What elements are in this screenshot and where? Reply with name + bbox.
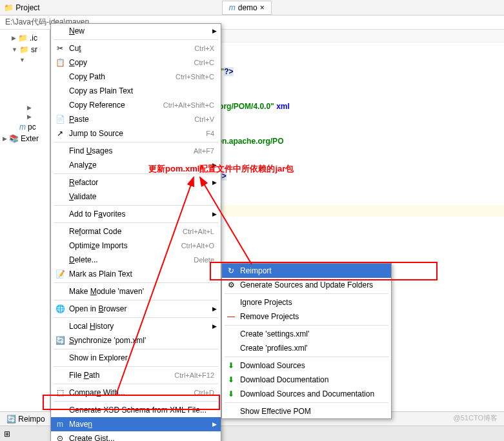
menu-create-gist[interactable]: ⊙Create Gist...: [51, 431, 221, 441]
menu-remove[interactable]: —Remove Projects: [222, 309, 391, 324]
browser-icon: 🌐: [55, 304, 65, 313]
menu-create-settings[interactable]: Create 'settings.xml': [222, 327, 391, 341]
jump-icon: ↗: [55, 129, 65, 138]
editor-tab-demo[interactable]: m demo ×: [222, 1, 272, 15]
menu-dl-sources[interactable]: ⬇Download Sources: [222, 358, 391, 373]
menu-dl-both[interactable]: ⬇Download Sources and Documentation: [222, 387, 391, 401]
menu-file-path[interactable]: File PathCtrl+Alt+F12: [51, 368, 221, 382]
menu-gen-xsd[interactable]: Generate XSD Schema from XML File...: [51, 403, 221, 417]
maven-icon: m: [55, 420, 65, 429]
windows-start-icon[interactable]: ⊞: [4, 429, 10, 438]
menu-cut[interactable]: ✂CutCtrl+X: [51, 41, 221, 55]
menu-mark-plain[interactable]: 📝Mark as Plain Text: [51, 267, 221, 281]
menu-create-profiles[interactable]: Create 'profiles.xml': [222, 341, 391, 355]
menu-compare[interactable]: ⬚Compare With...Ctrl+D: [51, 386, 221, 400]
menu-ignore[interactable]: Ignore Projects: [222, 295, 391, 309]
menu-refactor[interactable]: Refactor▶: [51, 175, 221, 190]
menu-delete[interactable]: Delete...Delete: [51, 253, 221, 267]
cut-icon: ✂: [55, 44, 65, 53]
context-menu-maven: ↻Reimport ⚙Generate Sources and Update F…: [221, 263, 392, 419]
menu-find-usages[interactable]: Find UsagesAlt+F7: [51, 144, 221, 158]
text-icon: 📝: [55, 270, 65, 279]
generate-icon: ⚙: [226, 280, 236, 289]
compare-icon: ⬚: [55, 388, 65, 397]
menu-copy-plain[interactable]: Copy as Plain Text: [51, 84, 221, 98]
github-icon: ⊙: [55, 434, 65, 441]
menu-jump[interactable]: ↗Jump to SourceF4: [51, 126, 221, 141]
project-tree[interactable]: ▶📁.ic ▼📁sr ▼ ▶ ▶ m pc ▶ 📚 Exter: [0, 30, 50, 426]
download-icon: ⬇: [226, 361, 236, 370]
menu-maven[interactable]: mMaven▶: [51, 417, 221, 431]
copy-icon: 📋: [55, 58, 65, 67]
remove-icon: —: [226, 312, 236, 321]
project-tool-label[interactable]: 📁 Project: [4, 3, 40, 12]
download-icon: ⬇: [226, 389, 236, 398]
menu-dl-doc[interactable]: ⬇Download Documentation: [222, 373, 391, 387]
download-icon: ⬇: [226, 375, 236, 384]
annotation-text: 更新pom.xml配置文件中所依赖的jar包: [148, 163, 294, 175]
paste-icon: 📄: [55, 115, 65, 124]
menu-make-module[interactable]: Make Module 'maven': [51, 284, 221, 299]
watermark: @51CTO博客: [454, 413, 498, 423]
menu-copy[interactable]: 📋CopyCtrl+C: [51, 55, 221, 70]
menu-reimport[interactable]: ↻Reimport: [222, 264, 391, 278]
menu-paste[interactable]: 📄PasteCtrl+V: [51, 112, 221, 126]
context-menu-main: New▶ ✂CutCtrl+X 📋CopyCtrl+C Copy PathCtr…: [50, 23, 221, 441]
menu-optimize[interactable]: Optimize ImportsCtrl+Alt+O: [51, 239, 221, 253]
menu-copy-path[interactable]: Copy PathCtrl+Shift+C: [51, 70, 221, 84]
menu-show-explorer[interactable]: Show in Explorer: [51, 351, 221, 365]
reimport-icon: ↻: [226, 266, 236, 275]
menu-open-browser[interactable]: 🌐Open in Browser▶: [51, 302, 221, 316]
menu-add-favorites[interactable]: Add to Favorites▶: [51, 207, 221, 221]
top-bar: 📁 Project m demo ×: [0, 0, 504, 15]
menu-validate[interactable]: Validate: [51, 190, 221, 204]
menu-sync[interactable]: 🔄Synchronize 'pom.xml': [51, 333, 221, 348]
menu-local-history[interactable]: Local History▶: [51, 319, 221, 333]
menu-new[interactable]: New▶: [51, 24, 221, 38]
menu-reformat[interactable]: Reformat CodeCtrl+Alt+L: [51, 224, 221, 239]
sync-icon: 🔄: [55, 336, 65, 345]
menu-copy-ref[interactable]: Copy ReferenceCtrl+Alt+Shift+C: [51, 98, 221, 112]
menu-show-pom[interactable]: Show Effective POM: [222, 404, 391, 418]
menu-gen-sources[interactable]: ⚙Generate Sources and Update Folders: [222, 278, 391, 292]
